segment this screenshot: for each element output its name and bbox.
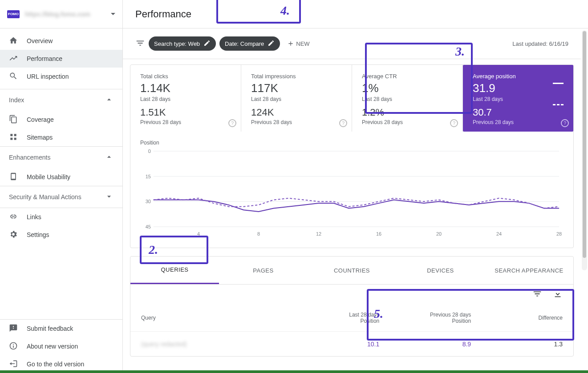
tab-devices[interactable]: DEVICES [396, 257, 485, 284]
svg-text:15: 15 [146, 174, 151, 179]
cell-prev: 8.9 [379, 341, 471, 348]
th-last-position: Last 28 daysPosition [288, 312, 379, 324]
filter-bar: Search type: Web Date: Compare NEW Last … [123, 28, 581, 59]
cell-last: 10.1 [288, 341, 379, 348]
chip-label: Date: Compare [225, 40, 264, 47]
metric-total-clicks[interactable]: Total clicks 1.14K Last 28 days 1.51K Pr… [130, 65, 241, 132]
app-root: FOMO https://blog.fomo.com Overview Perf… [0, 0, 588, 373]
gear-icon [9, 230, 20, 240]
nav-label: Mobile Usability [27, 173, 70, 180]
svg-text:12: 12 [316, 231, 321, 237]
metric-total-impressions[interactable]: Total impressions 117K Last 28 days 124K… [241, 65, 352, 132]
metric-value: 31.9 [473, 81, 564, 95]
pencil-icon [268, 40, 275, 48]
help-icon[interactable]: ? [339, 119, 347, 127]
tab-search-appearance[interactable]: SEARCH APPEARANCE [485, 257, 573, 284]
trend-icon [9, 54, 20, 64]
metric-value: 1.14K [140, 81, 231, 95]
section-label: Enhancements [9, 154, 50, 161]
metric-sub: Last 28 days [140, 96, 231, 102]
tab-pages[interactable]: PAGES [219, 257, 308, 284]
page-header: Performance [123, 0, 588, 28]
nav-overview[interactable]: Overview [0, 32, 122, 50]
metric-sub-prev: Previous 28 days [473, 119, 564, 125]
svg-text:4: 4 [197, 231, 200, 237]
metrics-row: Total clicks 1.14K Last 28 days 1.51K Pr… [130, 65, 573, 132]
chart-title: Position [140, 140, 564, 146]
metric-sub-prev: Previous 28 days [140, 119, 231, 125]
nav-performance[interactable]: Performance [0, 50, 122, 68]
section-label: Security & Manual Actions [9, 193, 81, 201]
metric-value-prev: 30.7 [473, 107, 564, 118]
nav-sitemaps[interactable]: Sitemaps [0, 128, 122, 146]
th-prev-position: Previous 28 daysPosition [379, 312, 471, 324]
content-scroll[interactable]: Search type: Web Date: Compare NEW Last … [123, 28, 588, 373]
help-icon[interactable]: ? [561, 119, 569, 127]
section-enhancements[interactable]: Enhancements [0, 147, 122, 168]
svg-text:0: 0 [148, 148, 151, 154]
chevron-up-icon [105, 152, 114, 163]
nav-label: Overview [27, 37, 53, 44]
nav-label: Performance [27, 55, 62, 62]
nav-label: URL inspection [27, 73, 69, 80]
metric-average-position[interactable]: Average position 31.9 Last 28 days 30.7 … [463, 65, 573, 132]
metric-average-ctr[interactable]: Average CTR 1% Last 28 days 1.2% Previou… [352, 65, 463, 132]
cell-diff: 1.3 [471, 341, 563, 348]
chip-search-type[interactable]: Search type: Web [149, 36, 216, 51]
filter-icon[interactable] [532, 289, 542, 300]
nav-feedback[interactable]: Submit feedback [0, 320, 122, 337]
bottom-accent [0, 370, 588, 373]
nav-coverage[interactable]: Coverage [0, 111, 122, 128]
scrollbar[interactable] [582, 30, 587, 270]
legend-dashed-icon [553, 104, 564, 105]
nav-label: Links [27, 213, 41, 221]
metrics-card: Total clicks 1.14K Last 28 days 1.51K Pr… [130, 64, 574, 248]
home-icon [9, 36, 20, 46]
exit-icon [9, 359, 20, 369]
nav-label: Go to the old version [27, 361, 84, 368]
help-icon[interactable]: ? [228, 119, 236, 127]
chart: Position 0153045481216202428 [130, 132, 573, 248]
nav-mobile-usability[interactable]: Mobile Usability [0, 168, 122, 186]
help-icon[interactable]: ? [450, 119, 458, 127]
cell-query: (query redacted) [141, 341, 288, 348]
filter-icon[interactable] [135, 38, 145, 49]
chip-date[interactable]: Date: Compare [219, 36, 280, 51]
feedback-icon [9, 324, 20, 334]
nav-settings[interactable]: Settings [0, 226, 122, 244]
sidebar: FOMO https://blog.fomo.com Overview Perf… [0, 0, 123, 373]
svg-text:20: 20 [436, 231, 442, 237]
page-title: Performance [135, 8, 191, 20]
section-security[interactable]: Security & Manual Actions [0, 186, 122, 208]
tabs: QUERIES PAGES COUNTRIES DEVICES SEARCH A… [130, 257, 573, 285]
nav-label: Submit feedback [27, 325, 73, 332]
table-row[interactable]: (query redacted) 10.1 8.9 1.3 [130, 331, 573, 356]
nav-links[interactable]: Links [0, 208, 122, 226]
sidebar-footer: Submit feedback About new version Go to … [0, 319, 122, 373]
metric-value-prev: 1.2% [362, 107, 453, 118]
metric-value-prev: 124K [251, 107, 342, 118]
section-index[interactable]: Index [0, 89, 122, 111]
property-name: https://blog.fomo.com [25, 11, 111, 18]
nav-main: Overview Performance URL inspection [0, 28, 122, 89]
svg-text:28: 28 [556, 231, 562, 237]
tab-queries[interactable]: QUERIES [130, 257, 219, 284]
th-difference: Difference [471, 315, 563, 321]
metric-label: Total impressions [251, 73, 342, 80]
metric-label: Total clicks [140, 73, 231, 80]
download-icon[interactable] [553, 289, 563, 300]
property-selector[interactable]: FOMO https://blog.fomo.com [0, 0, 122, 28]
copy-icon [9, 115, 20, 125]
add-filter-button[interactable]: NEW [284, 36, 313, 51]
tab-countries[interactable]: COUNTRIES [308, 257, 396, 284]
line-chart[interactable]: 0153045481216202428 [140, 148, 564, 237]
metric-value: 1% [362, 81, 453, 95]
table-toolbar [130, 285, 573, 305]
nav-about[interactable]: About new version [0, 337, 122, 355]
svg-text:24: 24 [496, 231, 502, 237]
nav-url-inspection[interactable]: URL inspection [0, 68, 122, 85]
pencil-icon [203, 40, 211, 48]
sitemap-icon [9, 132, 20, 143]
nav-label: About new version [27, 343, 78, 350]
svg-text:8: 8 [257, 231, 260, 237]
